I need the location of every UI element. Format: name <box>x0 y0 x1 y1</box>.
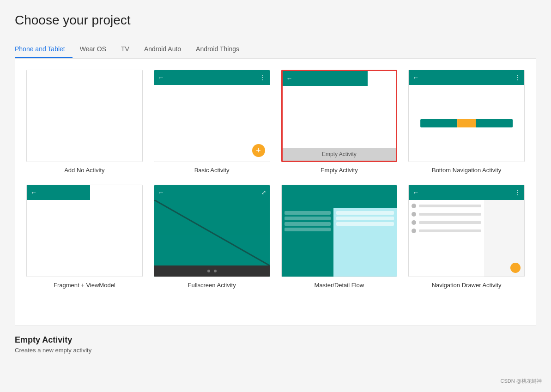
card-label-fullscreen: Fullscreen Activity <box>188 282 236 289</box>
card-basic-activity[interactable]: ← ⋮ + Basic Activity <box>154 70 270 174</box>
card-fullscreen[interactable]: ← ⤢ Fullscreen Activity <box>154 185 270 289</box>
watermark: CSDN @桃花键神 <box>501 378 542 385</box>
page-title: Choose your project <box>15 13 536 28</box>
tab-android-auto[interactable]: Android Auto <box>144 41 188 58</box>
card-preview-no-activity <box>26 70 143 162</box>
card-empty-activity[interactable]: ← Empty Activity Empty Activity <box>281 70 398 174</box>
card-preview-fullscreen: ← ⤢ <box>154 185 270 277</box>
detail-row <box>336 222 394 226</box>
project-grid-container: Add No Activity ← ⋮ + Basic Activity ← <box>15 58 536 326</box>
detail-row <box>336 217 394 220</box>
empty-activity-footer-label: Empty Activity <box>283 148 396 161</box>
fullscreen-dot1 <box>207 270 210 272</box>
tab-phone-tablet[interactable]: Phone and Tablet <box>15 41 73 58</box>
card-label-basic-activity: Basic Activity <box>194 167 230 174</box>
master-row <box>285 211 331 215</box>
drawer-row <box>412 204 481 208</box>
empty-body <box>283 86 396 148</box>
card-label-bottom-nav: Bottom Navigation Activity <box>432 167 501 174</box>
tab-tv[interactable]: TV <box>121 41 137 58</box>
svg-line-0 <box>154 200 270 265</box>
page-header: Choose your project <box>0 0 551 35</box>
bottom-nav-segments <box>420 119 513 127</box>
master-detail-body <box>282 208 397 277</box>
drawer-line <box>419 205 481 207</box>
basic-arrow-icon: ← <box>158 74 164 81</box>
project-grid: Add No Activity ← ⋮ + Basic Activity ← <box>26 70 525 289</box>
drawer-line <box>419 229 481 232</box>
basic-fab: + <box>252 144 265 157</box>
card-preview-bottom-nav: ← ⋮ <box>408 70 525 162</box>
nav-drawer-arrow-icon: ← <box>412 189 419 196</box>
empty-footer-bar: Empty Activity <box>283 148 396 161</box>
basic-teal-bar: ← ⋮ <box>154 70 270 85</box>
card-nav-drawer[interactable]: ← ⋮ <box>408 185 525 289</box>
card-preview-nav-drawer: ← ⋮ <box>408 185 525 277</box>
bottom-description: Creates a new empty activity <box>15 347 536 354</box>
tab-wear-os[interactable]: Wear OS <box>80 41 114 58</box>
card-preview-basic-activity: ← ⋮ + <box>154 70 270 162</box>
master-row <box>285 228 331 231</box>
drawer-row <box>412 212 481 217</box>
bottom-nav-menu-icon: ⋮ <box>514 74 521 81</box>
card-label-fragment: Fragment + ViewModel <box>54 282 115 289</box>
fullscreen-arrow-icon: ← <box>158 189 164 196</box>
drawer-panel <box>409 200 484 277</box>
card-bottom-nav[interactable]: ← ⋮ Bottom Navigation Activity <box>408 70 525 174</box>
card-fragment-viewmodel[interactable]: ← Fragment + ViewModel <box>26 185 143 289</box>
card-label-no-activity: Add No Activity <box>64 167 104 174</box>
drawer-line <box>419 213 481 216</box>
master-row <box>285 222 331 226</box>
nav-drawer-body <box>409 200 524 277</box>
card-label-master-detail: Master/Detail Flow <box>315 282 364 289</box>
tab-android-things[interactable]: Android Things <box>196 41 247 58</box>
master-detail-top <box>282 185 397 208</box>
basic-menu-icon: ⋮ <box>260 74 266 81</box>
card-master-detail[interactable]: Master/Detail Flow <box>281 185 398 289</box>
fullscreen-expand-icon: ⤢ <box>261 189 266 196</box>
card-preview-fragment: ← <box>26 185 143 277</box>
fullscreen-bottom-strip <box>154 265 270 277</box>
drawer-row <box>412 220 481 225</box>
fullscreen-diagonal <box>154 200 270 265</box>
master-row <box>285 217 331 220</box>
drawer-circle <box>412 204 416 208</box>
drawer-row <box>412 229 481 233</box>
empty-arrow-icon: ← <box>286 75 293 82</box>
nav-drawer-menu-icon: ⋮ <box>514 189 521 196</box>
bottom-nav-arrow-icon: ← <box>412 74 419 81</box>
detail-row <box>336 211 394 215</box>
drawer-circle <box>412 229 416 233</box>
card-label-nav-drawer: Navigation Drawer Activity <box>432 282 502 289</box>
fullscreen-dot2 <box>214 270 217 272</box>
card-no-activity[interactable]: Add No Activity <box>26 70 143 174</box>
fragment-body <box>27 200 142 277</box>
drawer-circle <box>412 212 416 217</box>
right-content <box>484 200 524 277</box>
bottom-nav-body <box>409 85 524 162</box>
card-preview-empty-activity: ← Empty Activity <box>281 70 398 162</box>
nav-drawer-fab <box>510 263 521 273</box>
tabs-bar: Phone and Tablet Wear OS TV Android Auto… <box>0 41 551 58</box>
basic-preview-body: + <box>154 85 270 162</box>
detail-pane <box>333 208 397 277</box>
card-label-empty-activity: Empty Activity <box>321 167 358 174</box>
drawer-line <box>419 221 481 224</box>
fragment-arrow-icon: ← <box>30 189 37 196</box>
fullscreen-body <box>154 200 270 265</box>
master-list <box>282 208 333 277</box>
card-preview-master-detail <box>281 185 398 277</box>
bottom-title: Empty Activity <box>15 335 536 345</box>
bottom-section: Empty Activity Creates a new empty activ… <box>0 326 551 361</box>
drawer-circle <box>412 220 416 225</box>
